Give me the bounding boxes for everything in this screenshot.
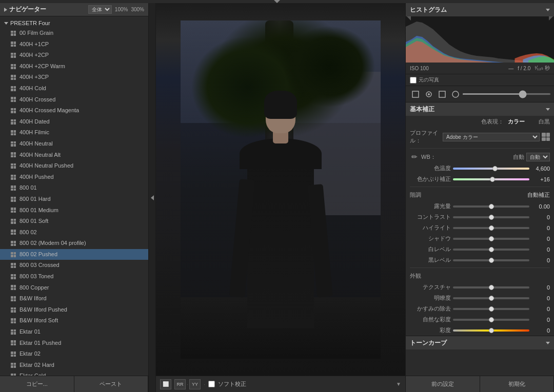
center-dropdown-btn[interactable]: ▼ <box>396 381 401 387</box>
preset-item[interactable]: 400H Neutral Pushed <box>0 160 148 172</box>
preset-item-label: Ektar 01 Pushed <box>19 339 61 348</box>
white-slider-thumb[interactable] <box>489 247 494 252</box>
preset-item[interactable]: 400H +3CP <box>0 72 148 83</box>
histogram-meta-row: — f / 2.0 ¹⁄₁₂₅ 秒 <box>508 65 550 72</box>
preset-item[interactable]: 800 02 <box>0 227 148 238</box>
preset-item[interactable]: 400H +1CP <box>0 39 148 50</box>
preset-item[interactable]: B&W Ilford Pushed <box>0 304 148 316</box>
shadow-slider-thumb[interactable] <box>489 236 494 241</box>
left-collapse-handle[interactable] <box>149 3 156 392</box>
clarity-slider-thumb[interactable] <box>489 296 494 301</box>
highlight-slider-thumb[interactable] <box>489 225 494 231</box>
preset-item-icon <box>10 284 16 291</box>
tone-curve-header: トーンカーブ <box>406 336 554 349</box>
clarity-label: 明瞭度 <box>410 294 451 302</box>
profile-grid-icon[interactable] <box>542 133 550 141</box>
preset-item[interactable]: 800 01 Medium <box>0 205 148 216</box>
preset-item-label: 800 02 Pushed <box>19 250 57 259</box>
preset-item[interactable]: 400H +2CP Warm <box>0 61 148 72</box>
shutter-label: ¹⁄₁₂₅ 秒 <box>535 65 550 72</box>
exposure-slider-thumb[interactable] <box>489 204 494 209</box>
basic-correction-arrow[interactable] <box>546 108 550 111</box>
navigator-collapse-icon[interactable] <box>4 8 7 12</box>
copy-button[interactable]: コピー... <box>0 376 74 392</box>
preset-item[interactable]: 00 Film Grain <box>0 28 148 39</box>
spot-removal-btn[interactable] <box>422 89 436 100</box>
preset-item-label: 00 Film Grain <box>19 29 53 38</box>
preset-item[interactable]: 400H +2CP <box>0 50 148 61</box>
contrast-slider-thumb[interactable] <box>489 215 494 220</box>
prev-settings-button[interactable]: 前の設定 <box>406 376 480 392</box>
crop-tool-btn[interactable] <box>409 89 422 100</box>
crop-tool-btn[interactable]: ⬜ <box>160 379 171 389</box>
color-mode-btn[interactable]: カラー <box>508 118 525 126</box>
preset-item[interactable]: 800 01 Hard <box>0 194 148 205</box>
preset-item[interactable]: 400H Dated <box>0 116 148 128</box>
preset-item[interactable]: Ektar 02 <box>0 348 148 360</box>
preset-item[interactable]: 800 01 <box>0 182 148 194</box>
tone-curve-arrow[interactable] <box>546 342 550 344</box>
contrast-slider-track <box>453 216 529 218</box>
tone-curve-title: トーンカーブ <box>410 339 447 347</box>
preset-item[interactable]: 400H Neutral Alt <box>0 150 148 161</box>
saturation-row: 彩度 0 <box>406 325 554 336</box>
tool-slider[interactable] <box>462 93 551 95</box>
texture-label: テクスチャ <box>410 283 451 291</box>
profile-row: プロファイル： Adobe カラー <box>406 128 554 146</box>
tint-slider-thumb[interactable] <box>490 177 495 182</box>
preset-item[interactable]: 400H Crossed Magenta <box>0 105 148 116</box>
yy-btn[interactable]: YY <box>189 379 201 389</box>
preset-item[interactable]: 400H Crossed <box>0 94 148 106</box>
divider-2 <box>410 187 550 187</box>
saturation-slider-thumb[interactable] <box>489 328 494 333</box>
preset-item[interactable]: B&W Ilford Soft <box>0 315 148 326</box>
wb-select[interactable]: 自動 <box>526 153 550 161</box>
redeye-btn[interactable] <box>436 89 449 100</box>
preset-item[interactable]: B&W Ilford <box>0 293 148 304</box>
rr-btn[interactable]: RR <box>174 379 186 389</box>
white-label: 白レベル <box>410 245 451 253</box>
hist-corner-tr[interactable] <box>549 16 553 20</box>
preset-item-icon <box>10 218 16 224</box>
preset-item[interactable]: 400H Pushed <box>0 172 148 183</box>
hist-corner-tl[interactable] <box>407 16 411 20</box>
histogram-collapse-icon[interactable] <box>546 9 550 11</box>
eyedropper-btn[interactable]: ✏ <box>410 152 419 161</box>
preset-item-label: 800 01 <box>19 183 37 193</box>
preset-item[interactable]: 800 03 Crossed <box>0 260 148 271</box>
preset-item-label: 400H Neutral Alt <box>19 151 61 160</box>
preset-item[interactable]: 400H Cold <box>0 83 148 94</box>
preset-item[interactable]: Ektar 01 <box>0 326 148 338</box>
preset-item[interactable]: 800 Copper <box>0 282 148 294</box>
black-slider-thumb[interactable] <box>489 258 494 263</box>
preset-item[interactable]: 800 02 Pushed <box>0 249 148 260</box>
preset-item[interactable]: Ektar 01 Pushed <box>0 338 148 349</box>
paste-button[interactable]: ペースト <box>74 376 149 392</box>
preset-item[interactable]: Ektar Cold <box>0 370 148 376</box>
left-collapse-arrow-icon <box>151 195 154 200</box>
preset-item[interactable]: Ektar 02 Hard <box>0 360 148 371</box>
preset-item[interactable]: 400H Filmic <box>0 127 148 138</box>
auto-tone-btn[interactable]: 自動補正 <box>527 191 550 199</box>
preset-group-header[interactable]: PRESETR Four <box>0 18 148 28</box>
temp-slider-thumb[interactable] <box>492 166 498 171</box>
texture-slider-thumb[interactable] <box>489 285 494 290</box>
profile-select[interactable]: Adobe カラー <box>443 133 540 141</box>
preset-item[interactable]: 800 01 Soft <box>0 216 148 227</box>
zoom-all-select[interactable]: 全体 <box>88 5 112 14</box>
original-photo-checkbox[interactable] <box>410 77 417 84</box>
divider-3 <box>410 267 550 268</box>
vibrance-slider-thumb[interactable] <box>489 317 494 322</box>
preset-item-label: 400H +2CP Warm <box>19 62 65 71</box>
dehaze-slider-thumb[interactable] <box>489 306 494 312</box>
bw-mode-btn[interactable]: 白黒 <box>539 118 550 126</box>
preset-item[interactable]: 800 02 (Modern 04 profile) <box>0 238 148 249</box>
nav-controls: 全体 100% 300% <box>88 5 144 14</box>
preset-item[interactable]: 800 03 Toned <box>0 271 148 282</box>
circle-btn[interactable] <box>449 89 462 100</box>
black-slider-track <box>453 259 529 261</box>
soft-correction-checkbox[interactable] <box>208 381 215 387</box>
contrast-value: 0 <box>531 214 550 220</box>
reset-button[interactable]: 初期化 <box>480 376 555 392</box>
preset-item[interactable]: 400H Neutral <box>0 138 148 150</box>
